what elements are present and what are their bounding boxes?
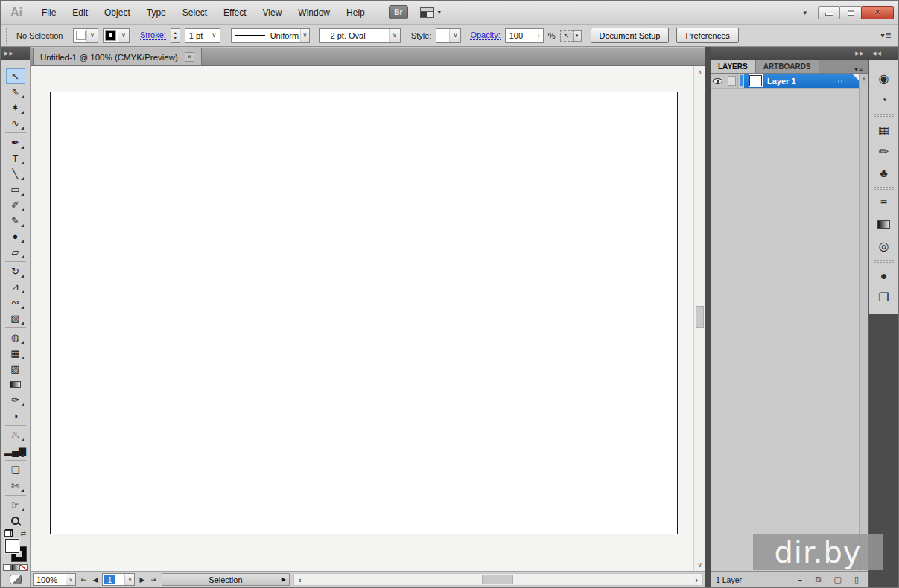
style-combo[interactable]: ∨ [436,28,461,43]
mesh-tool[interactable]: ▨ [6,361,25,377]
scroll-up-icon[interactable]: ∧ [694,66,705,78]
brush-definition-combo[interactable]: · 2 pt. Oval ∨ [319,28,401,43]
first-artboard-button[interactable]: ⇤ [80,576,89,584]
bridge-button[interactable]: Br [389,5,408,19]
zoom-level-combo[interactable]: 100% ∨ [33,573,76,586]
controlbar-gripper[interactable] [3,28,7,44]
stroke-panel-link[interactable]: Stroke: [140,31,166,40]
lasso-tool[interactable]: ∿ [6,115,25,131]
layer-row-main[interactable]: Layer 1 ○ [744,74,859,88]
rotate-tool[interactable]: ↻ [6,263,25,279]
hand-tool[interactable]: ☞ [6,497,25,513]
stroke-panel-button[interactable]: ≡ [869,192,898,214]
appearance-panel-button[interactable]: ● [869,265,898,287]
menu-edit[interactable]: Edit [64,1,96,25]
artboard-tool[interactable]: ❏ [6,462,25,478]
stroke-color-combo[interactable]: ∨ [103,28,130,43]
layer-visibility-toggle[interactable] [711,74,725,88]
dock-divider[interactable] [705,47,711,587]
menu-view[interactable]: View [255,1,290,25]
tab-close-button[interactable]: ✕ [185,52,194,62]
fill-color-combo[interactable]: ∨ [73,28,98,43]
swap-fill-stroke-icon[interactable]: ⇄ [20,530,26,537]
perspective-grid-tool[interactable]: ▦ [6,345,25,361]
layers-dock-header[interactable]: ▶▶ [711,47,868,60]
tools-gripper[interactable] [6,62,25,66]
menu-effect[interactable]: Effect [215,1,254,25]
scale-tool[interactable]: ⊿ [6,279,25,295]
layer-row[interactable]: Layer 1 ○ [711,74,859,89]
layer-name[interactable]: Layer 1 [767,77,796,86]
vertical-scroll-thumb[interactable] [696,306,704,328]
width-tool[interactable]: ∾ [6,295,25,310]
swatches-panel-button[interactable]: ▦ [869,119,898,141]
type-tool[interactable]: T [6,150,25,166]
layers-panel-scrollbar[interactable]: ∧ [859,74,868,571]
create-new-sublayer-icon[interactable]: ⧉ [816,575,822,584]
gradient-tool[interactable] [6,377,25,392]
menu-type[interactable]: Type [139,1,174,25]
scroll-left-icon[interactable]: ‹ [294,575,306,584]
color-mode-button[interactable] [3,564,11,571]
magic-wand-tool[interactable]: ✶ [6,100,25,115]
horizontal-scrollbar[interactable]: ‹ › [293,573,703,586]
brushes-panel-button[interactable]: ✏ [869,141,898,162]
shape-builder-tool[interactable]: ◍ [6,330,25,345]
controlbar-menu-icon[interactable]: ▾≣ [881,31,892,39]
create-new-layer-icon[interactable]: ▢ [834,575,842,584]
tab-artboards[interactable]: ARTBOARDS [756,60,819,73]
blend-tool[interactable]: ◑ [6,408,25,424]
scroll-down-icon[interactable]: ∨ [694,559,705,571]
minimize-button[interactable] [818,6,840,19]
gradient-mode-button[interactable] [11,564,19,571]
stroke-weight-combo[interactable]: 1 pt ∨ [185,28,220,43]
pen-tool[interactable]: ✒ [6,135,25,150]
artboard[interactable] [50,92,678,534]
menu-file[interactable]: File [34,1,64,25]
close-button[interactable]: ✕ [861,6,894,19]
width-profile-combo[interactable]: Uniform ∨ [231,28,310,43]
panel-menu-icon[interactable]: ▾≡ [854,65,868,73]
default-fill-stroke-icon[interactable] [4,530,13,537]
vertical-scroll-track[interactable] [694,78,705,559]
eyedropper-tool[interactable]: ✑ [6,392,25,408]
restore-button[interactable] [839,6,862,19]
stroke-weight-stepper[interactable]: ▴ ▾ [171,28,180,43]
icon-dock-header[interactable]: ◀◀ [868,47,898,60]
color-guide-panel-button[interactable]: ◔ [869,89,898,111]
opacity-panel-link[interactable]: Opacity: [470,31,500,40]
isolate-selected-object-button[interactable]: ↖ ▾ [560,30,582,42]
selection-tool[interactable]: ↖ [6,68,25,84]
free-transform-tool[interactable]: ▧ [6,310,25,326]
delete-selection-icon[interactable]: ▯ [854,575,859,584]
opacity-input[interactable]: 100 › [505,28,544,43]
gradient-panel-button[interactable] [869,214,898,235]
zoom-tool[interactable] [6,513,25,528]
slice-tool[interactable]: ✄ [6,478,25,493]
direct-selection-tool[interactable]: ⇖ [6,84,25,100]
fill-proxy-swatch[interactable] [5,539,19,553]
preferences-button[interactable]: Preferences [676,28,738,43]
canvas[interactable] [31,66,693,571]
column-graph-tool[interactable]: ▂▄▆ [6,443,25,458]
make-clipping-mask-icon[interactable]: ◒ [798,575,803,584]
layer-thumbnail[interactable] [749,75,762,86]
scroll-right-icon[interactable]: › [690,575,702,584]
tab-layers[interactable]: LAYERS [711,60,756,73]
none-mode-button[interactable] [19,564,28,571]
next-artboard-button[interactable]: ▶ [138,576,146,584]
horizontal-scroll-thumb[interactable] [482,575,513,584]
symbols-panel-button[interactable]: ♣ [869,162,898,184]
paintbrush-tool[interactable]: ✐ [6,197,25,213]
vertical-scrollbar[interactable]: ∧ ∨ [693,66,705,571]
screen-mode-button[interactable] [10,575,22,584]
symbol-sprayer-tool[interactable]: ♨ [6,427,25,443]
document-tab[interactable]: Untitled-1 @ 100% (CMYK/Preview) ✕ [33,48,202,65]
menu-object[interactable]: Object [96,1,139,25]
workspace-switcher-button[interactable]: ▾ [420,7,441,18]
color-panel-button[interactable]: ◉ [869,68,898,89]
tools-dock-header[interactable]: ▶▶ [1,47,30,60]
transparency-panel-button[interactable]: ◎ [869,235,898,257]
previous-artboard-button[interactable]: ◀ [92,576,100,584]
line-segment-tool[interactable]: ╲ [6,166,25,182]
